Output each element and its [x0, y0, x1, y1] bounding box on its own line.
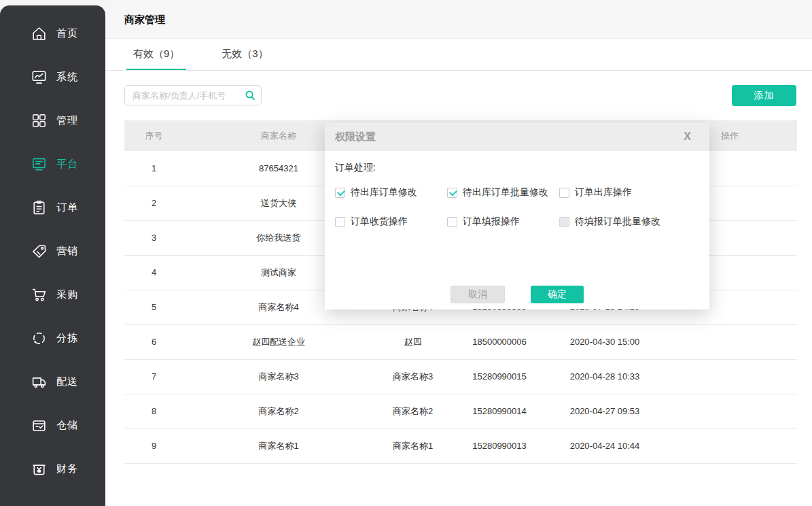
sidebar-item-finance[interactable]: 财务 [0, 447, 105, 490]
sidebar-item-label: 仓储 [56, 419, 78, 432]
table-cell: 7 [124, 359, 183, 394]
sidebar-item-sorting[interactable]: 分拣 [0, 316, 105, 360]
sidebar-item-label: 财务 [56, 462, 78, 475]
table-cell: 18500000006 [452, 324, 547, 359]
permissions-checkbox-grid: 待出库订单修改 待出库订单批量修改 订单出库操作 订单收货操作 订单填报操作 待… [335, 186, 699, 228]
monitor-chart-icon [30, 68, 48, 86]
checkbox-label: 待填报订单批量修改 [575, 216, 660, 228]
tab-invalid[interactable]: 无效（3） [215, 39, 275, 70]
clipboard-icon [30, 199, 48, 216]
checkbox-icon[interactable] [335, 188, 345, 198]
search-box [124, 85, 262, 105]
table-cell: 商家名称1 [183, 428, 374, 463]
sidebar-item-label: 采购 [56, 288, 78, 301]
table-cell [663, 324, 797, 359]
checkbox-icon[interactable] [447, 188, 457, 198]
tab-label: 有效（9） [133, 48, 179, 61]
table-row: 8 商家名称2 商家名称2 15280990014 2020-04-27 09:… [124, 394, 797, 428]
table-cell: 2 [124, 186, 183, 220]
add-button[interactable]: 添加 [732, 85, 796, 106]
dialog-body: 订单处理: 待出库订单修改 待出库订单批量修改 订单出库操作 订单收货操作 订单… [325, 151, 709, 309]
sidebar-item-label: 订单 [56, 201, 78, 214]
checkbox-icon[interactable] [559, 188, 569, 198]
dialog-actions: 取消 确定 [325, 286, 709, 303]
sidebar-list: 首页 系统 管理 平台 订单 [0, 5, 105, 506]
sidebar-item-platform[interactable]: 平台 [0, 142, 105, 186]
sidebar-item-purchase[interactable]: 采购 [0, 273, 105, 316]
tag-icon [30, 242, 48, 260]
sidebar-item-delivery[interactable]: 配送 [0, 360, 105, 403]
table-cell: 15280990014 [452, 394, 547, 428]
table-cell [663, 428, 797, 463]
table-cell: 2020-04-30 15:00 [547, 324, 663, 359]
tab-valid[interactable]: 有效（9） [126, 39, 186, 70]
checkbox-icon[interactable] [447, 217, 457, 227]
checkbox-label: 待出库订单批量修改 [463, 186, 548, 199]
table-cell: 2020-04-27 09:53 [547, 394, 663, 428]
sidebar-item-label: 平台 [56, 158, 78, 171]
checkbox-label: 待出库订单修改 [351, 186, 417, 199]
table-cell: 4 [124, 255, 183, 290]
home-icon [30, 24, 48, 42]
table-cell: 商家名称2 [374, 394, 452, 428]
table-cell: 5 [124, 290, 183, 324]
cart-icon [30, 286, 48, 303]
page-title: 商家管理 [124, 0, 165, 39]
table-cell: 15280990013 [452, 428, 547, 463]
dashed-circle-icon [30, 329, 48, 347]
sidebar-item-orders[interactable]: 订单 [0, 186, 105, 229]
bar-chart-icon [30, 503, 48, 506]
sidebar-item-label: 分拣 [56, 332, 78, 345]
search-input[interactable] [124, 85, 262, 105]
table-cell [663, 394, 797, 428]
sidebar-item-label: 管理 [56, 114, 78, 127]
table-cell [663, 359, 797, 394]
table-cell: 6 [124, 324, 183, 359]
sidebar-item-label: 系统 [56, 71, 78, 84]
cancel-button[interactable]: 取消 [451, 286, 505, 303]
sidebar: 首页 系统 管理 平台 订单 [0, 5, 105, 506]
table-cell: 9 [124, 428, 183, 463]
box-check-icon [30, 416, 48, 434]
cash-box-icon [30, 460, 48, 477]
checkbox-order-fill-operation[interactable]: 订单填报操作 [447, 216, 559, 228]
sidebar-item-marketing[interactable]: 营销 [0, 229, 105, 273]
table-cell: 15280990015 [452, 359, 547, 394]
checkbox-label: 订单填报操作 [463, 216, 520, 228]
checkbox-label: 订单收货操作 [351, 216, 408, 228]
platform-board-icon [30, 155, 48, 173]
table-cell: 1 [124, 151, 183, 186]
sidebar-item-warehouse[interactable]: 仓储 [0, 403, 105, 447]
table-cell: 商家名称3 [183, 359, 374, 394]
sidebar-item-manage[interactable]: 管理 [0, 99, 105, 142]
table-row: 7 商家名称3 商家名称3 15280990015 2020-04-28 10:… [124, 359, 797, 394]
sidebar-item-home[interactable]: 首页 [0, 12, 105, 55]
checkbox-order-outbound-operation[interactable]: 订单出库操作 [559, 186, 699, 199]
search-icon[interactable] [245, 90, 255, 101]
confirm-button[interactable]: 确定 [531, 286, 584, 303]
checkbox-icon[interactable] [559, 217, 569, 227]
checkbox-pending-outbound-order-edit[interactable]: 待出库订单修改 [335, 186, 447, 199]
sidebar-item-label: 营销 [56, 245, 78, 258]
table-cell: 赵四配送企业 [183, 324, 374, 359]
tab-bar: 有效（9） 无效（3） [105, 39, 812, 71]
table-cell: 8 [124, 394, 183, 428]
table-cell: 商家名称1 [374, 428, 452, 463]
table-cell: 2020-04-24 10:44 [547, 428, 663, 463]
checkbox-pending-outbound-batch-edit[interactable]: 待出库订单批量修改 [447, 186, 559, 199]
table-cell: 3 [124, 220, 183, 255]
toolbar: 添加 [105, 71, 812, 120]
checkbox-icon[interactable] [335, 217, 345, 227]
table-row: 9 商家名称1 商家名称1 15280990013 2020-04-24 10:… [124, 428, 797, 463]
page-header: 商家管理 [105, 0, 812, 39]
sidebar-item-system[interactable]: 系统 [0, 55, 105, 99]
table-cell: 赵四 [374, 324, 452, 359]
checkbox-order-receive-operation[interactable]: 订单收货操作 [335, 216, 447, 228]
table-cell: 商家名称2 [183, 394, 374, 428]
grid-icon [30, 112, 48, 129]
checkbox-pending-fill-batch-edit[interactable]: 待填报订单批量修改 [559, 216, 699, 228]
close-icon[interactable]: X [675, 122, 699, 151]
truck-icon [30, 373, 48, 390]
column-header-seq: 序号 [124, 120, 183, 151]
sidebar-item-data[interactable]: 数据 [0, 490, 105, 506]
